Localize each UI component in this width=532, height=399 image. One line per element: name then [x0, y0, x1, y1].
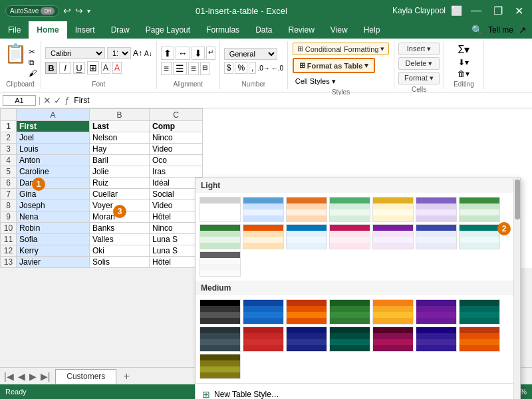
minimize-button[interactable]: —: [467, 3, 485, 18]
dropdown-arrow-icon[interactable]: ▾: [87, 7, 90, 15]
table-style-light-3[interactable]: [329, 197, 370, 222]
cell-first[interactable]: Joel: [17, 132, 90, 144]
dropdown-scrollbar[interactable]: [513, 178, 520, 399]
cell-first[interactable]: Nena: [17, 211, 90, 223]
table-style-medium-3[interactable]: [329, 299, 370, 325]
tab-page-layout[interactable]: Page Layout: [138, 21, 198, 39]
bold-button[interactable]: B: [45, 62, 57, 74]
paste-button[interactable]: 📋: [4, 45, 27, 63]
number-format-select[interactable]: General: [224, 48, 277, 60]
confirm-formula-icon[interactable]: ✓: [54, 95, 62, 106]
percent-icon[interactable]: %: [235, 62, 247, 74]
table-style-light-7[interactable]: [200, 224, 241, 249]
table-style-medium-4[interactable]: [372, 299, 414, 325]
cell-company[interactable]: Oco: [150, 155, 203, 166]
decrease-decimal-icon[interactable]: ←.0: [271, 65, 283, 72]
table-style-medium-14[interactable]: [200, 354, 241, 379]
format-as-table-button[interactable]: ⊞ Format as Table ▾: [293, 58, 376, 73]
cell-first[interactable]: Kerry: [17, 245, 90, 257]
cell-reference-input[interactable]: [3, 95, 36, 106]
cell-last[interactable]: Baril: [90, 155, 150, 166]
insert-cells-button[interactable]: Insert ▾: [398, 43, 440, 55]
table-style-medium-5[interactable]: [416, 299, 457, 325]
conditional-formatting-button[interactable]: ⊞ Conditional Formatting ▾: [293, 43, 390, 55]
tab-formulas[interactable]: Formulas: [198, 21, 247, 39]
insert-function-icon[interactable]: ƒ: [65, 95, 69, 105]
tab-help[interactable]: Help: [356, 21, 388, 39]
cell-last[interactable]: Oki: [90, 245, 150, 257]
merge-cells-icon[interactable]: ⊟: [200, 62, 209, 75]
new-table-style-item[interactable]: ⊞ New Table Style…: [196, 386, 520, 399]
add-sheet-button[interactable]: +: [119, 369, 134, 384]
table-style-light-4[interactable]: [372, 197, 414, 222]
align-right-icon[interactable]: ≡: [188, 62, 199, 75]
table-style-medium-8[interactable]: [243, 327, 284, 352]
table-style-light-5[interactable]: [416, 197, 457, 222]
align-center-icon[interactable]: ☰: [173, 62, 187, 75]
clear-icon[interactable]: 🗑▾: [458, 69, 469, 78]
table-style-light-6[interactable]: [459, 197, 500, 222]
cell-last[interactable]: Solis: [90, 257, 150, 268]
font-color-icon[interactable]: A: [112, 62, 122, 74]
cell-first[interactable]: Caroline: [17, 166, 90, 178]
col-header-b[interactable]: B: [90, 109, 150, 121]
currency-icon[interactable]: $: [224, 62, 234, 74]
table-style-light-9[interactable]: [286, 224, 327, 249]
close-button[interactable]: ✕: [511, 3, 527, 19]
cell-company[interactable]: Iras: [150, 166, 203, 178]
ribbon-display-icon[interactable]: ⬜: [451, 5, 462, 16]
format-painter-icon[interactable]: 🖌: [29, 68, 37, 78]
table-style-medium-1[interactable]: [243, 299, 284, 325]
table-style-light-12[interactable]: [416, 224, 457, 249]
cell-first[interactable]: Gina: [17, 189, 90, 200]
fill-color-icon[interactable]: A: [101, 62, 110, 74]
cell-last[interactable]: Nelson: [90, 132, 150, 144]
wrap-text-icon[interactable]: ↵: [206, 47, 215, 60]
next-sheet-arrow[interactable]: ▶: [28, 370, 38, 383]
tell-me-label[interactable]: Tell me: [488, 25, 513, 35]
cancel-formula-icon[interactable]: ✕: [43, 95, 51, 106]
cell-styles-button[interactable]: Cell Styles ▾: [293, 76, 390, 87]
align-middle-icon[interactable]: ↔: [176, 47, 190, 60]
cell-first[interactable]: Louis: [17, 144, 90, 155]
cell-last[interactable]: Hay: [90, 144, 150, 155]
col-header-c[interactable]: C: [150, 109, 203, 121]
table-style-light-2[interactable]: [286, 197, 327, 222]
customers-sheet-tab[interactable]: Customers: [55, 369, 116, 384]
tab-file[interactable]: File: [0, 21, 29, 39]
undo-icon[interactable]: ↩: [63, 5, 71, 16]
autosave-toggle[interactable]: AutoSave Off: [5, 5, 59, 17]
comma-icon[interactable]: ,: [249, 62, 256, 74]
tab-view[interactable]: View: [323, 21, 356, 39]
cell-first[interactable]: Anton: [17, 155, 90, 166]
tab-data[interactable]: Data: [247, 21, 280, 39]
tab-insert[interactable]: Insert: [67, 21, 103, 39]
cell-first[interactable]: First: [17, 121, 90, 132]
table-style-medium-0[interactable]: [200, 299, 241, 325]
search-icon[interactable]: 🔍: [471, 25, 483, 35]
share-icon[interactable]: ↗: [519, 25, 527, 35]
cell-last[interactable]: Last: [90, 121, 150, 132]
table-style-medium-9[interactable]: [286, 327, 327, 352]
tab-home[interactable]: Home: [29, 21, 66, 39]
format-cells-button[interactable]: Format ▾: [398, 72, 440, 84]
cell-company[interactable]: Comp: [150, 121, 203, 132]
table-style-light-10[interactable]: [329, 224, 370, 249]
last-sheet-arrow[interactable]: ▶|: [39, 370, 52, 383]
table-style-medium-12[interactable]: [416, 327, 457, 352]
font-size-decrease-icon[interactable]: A↓: [144, 50, 152, 57]
cell-company[interactable]: Video: [150, 144, 203, 155]
align-left-icon[interactable]: ≡: [161, 62, 172, 75]
cell-last[interactable]: Valles: [90, 234, 150, 245]
formula-input[interactable]: [72, 95, 529, 106]
italic-button[interactable]: I: [59, 62, 71, 74]
table-style-medium-2[interactable]: [286, 299, 327, 325]
cell-last[interactable]: Cuellar: [90, 189, 150, 200]
font-family-select[interactable]: Calibri: [45, 47, 105, 59]
first-sheet-arrow[interactable]: |◀: [3, 370, 15, 383]
table-style-light-11[interactable]: [372, 224, 414, 249]
tab-review[interactable]: Review: [280, 21, 322, 39]
copy-icon[interactable]: ⧉: [29, 58, 37, 67]
increase-decimal-icon[interactable]: .0→: [257, 65, 269, 72]
delete-cells-button[interactable]: Delete ▾: [398, 57, 440, 70]
